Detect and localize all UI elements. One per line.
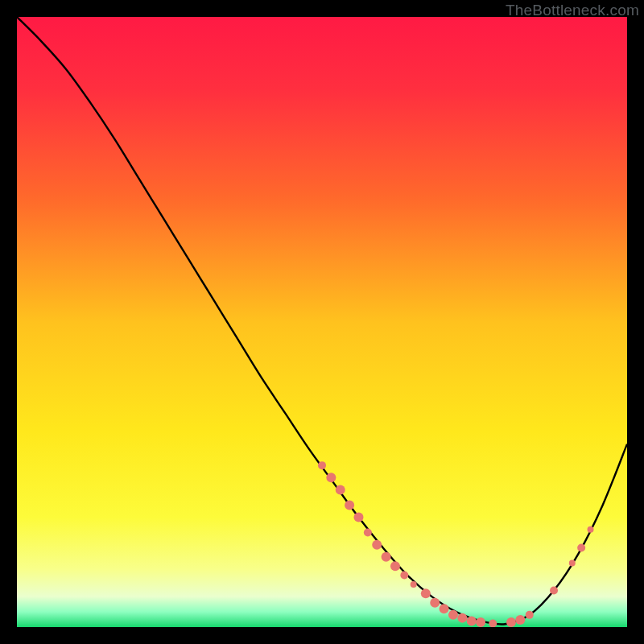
curve-marker — [353, 513, 363, 522]
curve-marker — [430, 598, 440, 608]
curve-marker — [489, 619, 497, 627]
curve-marker — [457, 613, 467, 623]
curve-marker — [421, 588, 431, 598]
curve-marker — [364, 529, 372, 537]
curve-marker — [345, 500, 354, 510]
curve-marker — [515, 615, 525, 625]
curve-marker — [440, 604, 449, 613]
curve-marker — [411, 581, 417, 588]
attribution-label: TheBottleneck.com — [506, 2, 639, 19]
bottleneck-chart — [17, 17, 627, 627]
curve-marker — [588, 526, 594, 533]
curve-marker — [336, 485, 345, 494]
curve-marker — [382, 552, 391, 562]
curve-marker — [326, 473, 336, 482]
curve-marker — [448, 610, 458, 620]
curve-marker — [400, 572, 408, 580]
curve-marker — [506, 617, 516, 627]
curve-marker — [577, 543, 585, 551]
curve-marker — [318, 461, 326, 469]
curve-marker — [476, 617, 485, 627]
curve-marker — [390, 561, 400, 571]
curve-marker — [526, 611, 534, 619]
curve-marker — [467, 616, 477, 625]
curve-marker — [372, 540, 382, 550]
gradient-background — [17, 17, 627, 627]
chart-frame — [17, 17, 627, 627]
curve-marker — [569, 559, 576, 566]
curve-marker — [550, 587, 558, 595]
